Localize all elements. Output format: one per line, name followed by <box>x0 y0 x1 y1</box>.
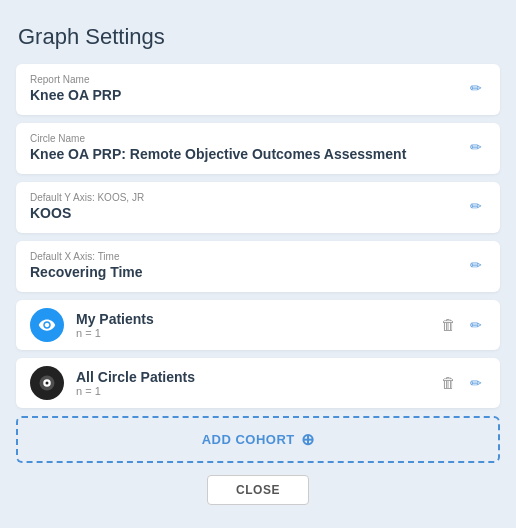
cohort-actions-1: 🗑 ✏ <box>437 372 486 393</box>
cohort-name-1: All Circle Patients <box>76 369 437 385</box>
field-value-1: Knee OA PRP: Remote Objective Outcomes A… <box>30 146 466 162</box>
cohort-name-0: My Patients <box>76 311 437 327</box>
field-label-1: Circle Name <box>30 133 466 144</box>
edit-icon-field-2[interactable]: ✏ <box>466 196 486 216</box>
page-title: Graph Settings <box>18 24 500 50</box>
field-card-3: Default X Axis: Time Recovering Time ✏ <box>16 241 500 292</box>
edit-icon-field-0[interactable]: ✏ <box>466 78 486 98</box>
cohort-actions-0: 🗑 ✏ <box>437 314 486 335</box>
delete-cohort-icon-0[interactable]: 🗑 <box>437 314 460 335</box>
add-cohort-plus-icon: ⊕ <box>301 430 315 449</box>
cohort-info-0: My Patients n = 1 <box>76 311 437 339</box>
field-label-0: Report Name <box>30 74 466 85</box>
cohort-card-0: My Patients n = 1 🗑 ✏ <box>16 300 500 350</box>
field-label-3: Default X Axis: Time <box>30 251 466 262</box>
cohort-icon-1 <box>30 366 64 400</box>
field-value-3: Recovering Time <box>30 264 466 280</box>
field-card-0: Report Name Knee OA PRP ✏ <box>16 64 500 115</box>
field-card-2: Default Y Axis: KOOS, JR KOOS ✏ <box>16 182 500 233</box>
edit-cohort-icon-0[interactable]: ✏ <box>466 315 486 335</box>
edit-cohort-icon-1[interactable]: ✏ <box>466 373 486 393</box>
close-button[interactable]: CLOSE <box>207 475 309 505</box>
cohort-count-0: n = 1 <box>76 327 437 339</box>
field-content-2: Default Y Axis: KOOS, JR KOOS <box>30 192 466 221</box>
cohort-count-1: n = 1 <box>76 385 437 397</box>
graph-settings-panel: Graph Settings Report Name Knee OA PRP ✏… <box>16 24 500 505</box>
field-content-3: Default X Axis: Time Recovering Time <box>30 251 466 280</box>
field-card-1: Circle Name Knee OA PRP: Remote Objectiv… <box>16 123 500 174</box>
field-value-0: Knee OA PRP <box>30 87 466 103</box>
field-value-2: KOOS <box>30 205 466 221</box>
svg-point-2 <box>46 381 49 384</box>
delete-cohort-icon-1[interactable]: 🗑 <box>437 372 460 393</box>
add-cohort-label: ADD COHORT <box>202 432 295 447</box>
field-content-1: Circle Name Knee OA PRP: Remote Objectiv… <box>30 133 466 162</box>
cohort-card-1: All Circle Patients n = 1 🗑 ✏ <box>16 358 500 408</box>
field-content-0: Report Name Knee OA PRP <box>30 74 466 103</box>
edit-icon-field-1[interactable]: ✏ <box>466 137 486 157</box>
field-label-2: Default Y Axis: KOOS, JR <box>30 192 466 203</box>
edit-icon-field-3[interactable]: ✏ <box>466 255 486 275</box>
cohort-info-1: All Circle Patients n = 1 <box>76 369 437 397</box>
cohort-icon-0 <box>30 308 64 342</box>
add-cohort-button[interactable]: ADD COHORT ⊕ <box>16 416 500 463</box>
